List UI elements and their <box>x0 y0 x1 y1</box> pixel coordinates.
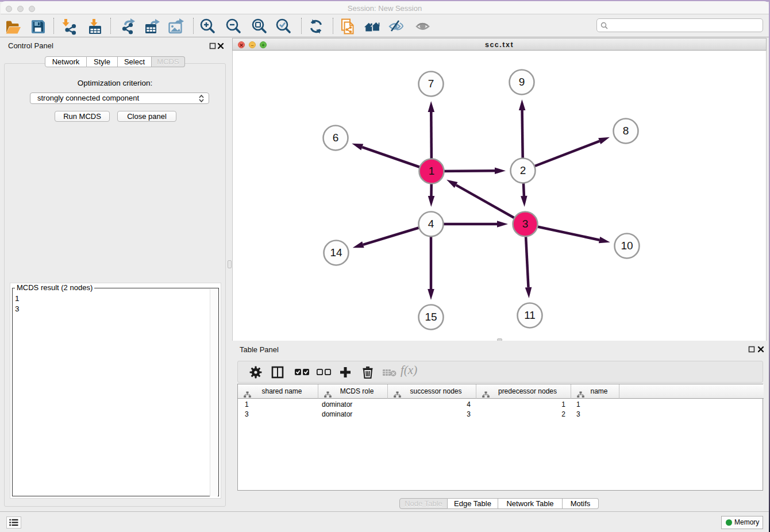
svg-text:3: 3 <box>522 218 529 230</box>
svg-text:15: 15 <box>425 311 437 323</box>
svg-text:6: 6 <box>333 132 339 144</box>
svg-text:2: 2 <box>520 164 526 176</box>
svg-text:1: 1 <box>429 165 435 177</box>
svg-text:11: 11 <box>524 309 536 321</box>
svg-text:4: 4 <box>428 218 434 230</box>
svg-text:10: 10 <box>621 240 633 252</box>
svg-text:8: 8 <box>623 125 629 137</box>
svg-text:9: 9 <box>519 76 525 88</box>
svg-text:14: 14 <box>330 246 342 259</box>
svg-text:7: 7 <box>428 78 434 90</box>
